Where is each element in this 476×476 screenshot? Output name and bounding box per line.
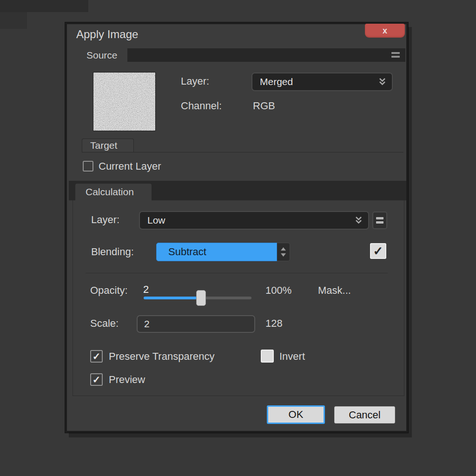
invert-checkbox[interactable] — [261, 350, 274, 363]
opacity-value: 2 — [143, 284, 149, 296]
calc-inner-divider — [86, 273, 388, 273]
current-layer-checkbox[interactable] — [83, 161, 93, 172]
opacity-slider-handle[interactable] — [196, 290, 206, 306]
calc-layer-select[interactable]: Low — [139, 211, 369, 230]
close-button[interactable]: x — [365, 24, 405, 38]
calculation-section-bar: Calculation — [69, 181, 406, 200]
source-channel-value: RGB — [253, 100, 275, 112]
chevron-double-down-icon — [355, 216, 363, 225]
scale-result-value: 128 — [265, 317, 283, 330]
chevron-double-down-icon — [378, 78, 386, 86]
source-thumbnail — [93, 72, 156, 131]
up-down-arrows-icon — [280, 247, 286, 257]
screen-corner-decoration — [0, 0, 88, 12]
calc-layer-label: Layer: — [91, 214, 119, 226]
opacity-slider-fill — [144, 297, 201, 299]
blending-select[interactable]: Subtract — [156, 243, 277, 261]
preview-checkbox[interactable] — [90, 373, 103, 386]
ok-button[interactable]: OK — [267, 405, 325, 424]
dialog-title: Apply Image — [76, 28, 138, 41]
source-layer-value: Merged — [252, 76, 378, 87]
preserve-transparency-label: Preserve Transparency — [109, 350, 214, 363]
calc-layer-value: Low — [140, 215, 355, 226]
calculation-section-label: Calculation — [75, 184, 152, 200]
blending-value: Subtract — [157, 246, 206, 258]
preview-label: Preview — [109, 374, 145, 386]
cancel-button[interactable]: Cancel — [334, 406, 395, 423]
close-icon: x — [383, 26, 387, 36]
mask-label[interactable]: Mask... — [318, 284, 351, 297]
scale-label: Scale: — [90, 317, 119, 330]
preserve-transparency-checkbox[interactable] — [90, 350, 103, 363]
current-layer-label: Current Layer — [99, 160, 161, 172]
opacity-percent: 100% — [265, 284, 291, 297]
source-layer-label: Layer: — [181, 75, 209, 87]
target-section-divider — [82, 152, 403, 152]
layer-list-button[interactable] — [372, 212, 387, 229]
invert-label: Invert — [279, 350, 305, 363]
target-section-label: Target — [82, 139, 134, 152]
blending-stepper[interactable] — [277, 243, 290, 261]
screen-corner-decoration-2 — [0, 12, 27, 29]
source-section-bar: Source — [73, 48, 405, 62]
source-channel-label: Channel: — [181, 100, 222, 112]
scale-input[interactable] — [137, 315, 255, 333]
noise-preview-image — [93, 73, 155, 131]
opacity-label: Opacity: — [90, 284, 128, 297]
menu-icon[interactable] — [391, 52, 400, 60]
source-layer-select[interactable]: Merged — [251, 73, 393, 91]
blending-label: Blending: — [91, 246, 134, 258]
apply-image-dialog: Apply Image x Source — [65, 22, 408, 433]
blending-enabled-checkbox[interactable] — [370, 243, 386, 259]
source-section-label: Source — [73, 48, 127, 62]
